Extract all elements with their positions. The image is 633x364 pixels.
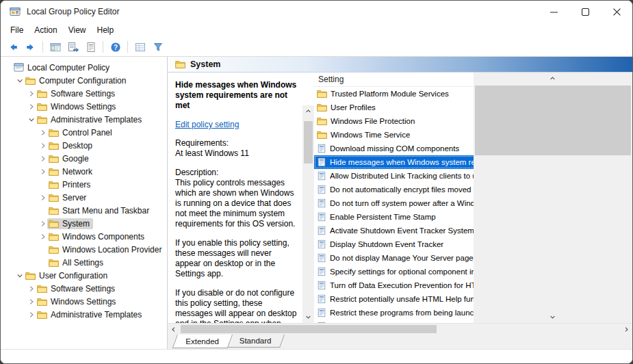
scroll-up-button[interactable] xyxy=(302,105,314,117)
chevron-right-icon[interactable] xyxy=(27,103,36,110)
tree-item-administrative-templates[interactable]: Administrative Templates xyxy=(1,308,167,321)
list-row-enable-persistent-time-stamp[interactable]: Enable Persistent Time StampNot configur… xyxy=(314,210,474,224)
list-row-hide-messages-when-windows-system-requirem[interactable]: Hide messages when Windows system requir… xyxy=(314,155,474,169)
list-row-display-shutdown-event-tracker[interactable]: Display Shutdown Event TrackerNot config… xyxy=(314,237,474,251)
tree-item-windows-location-provider[interactable]: Windows Location Provider xyxy=(1,243,167,256)
tree-item-label: Windows Settings xyxy=(51,102,116,112)
menu-view[interactable]: View xyxy=(63,23,92,37)
tree-item-desktop[interactable]: Desktop xyxy=(1,139,167,152)
filter-button[interactable] xyxy=(149,39,166,55)
chevron-down-icon[interactable] xyxy=(27,116,36,123)
tree-item-server[interactable]: Server xyxy=(1,191,167,204)
tree-item-system[interactable]: System xyxy=(1,217,167,230)
setting-label: Enable Persistent Time Stamp xyxy=(330,213,436,221)
description-scrollbar[interactable] xyxy=(302,105,314,323)
chevron-right-icon[interactable] xyxy=(38,168,47,175)
setting-column-header[interactable]: Setting xyxy=(314,73,474,86)
close-button[interactable] xyxy=(601,1,632,23)
show-console-tree-button[interactable] xyxy=(47,39,64,55)
list-row-turn-off-data-execution-prevention-for-htm[interactable]: Turn off Data Execution Prevention for H… xyxy=(314,278,474,292)
list-row-do-not-automatically-encrypt-files-moved-t[interactable]: Do not automatically encrypt files moved… xyxy=(314,183,474,196)
tree-item-content: Computer Configuration xyxy=(24,75,129,86)
tab-standard[interactable]: Standard xyxy=(226,335,285,348)
menu-file[interactable]: File xyxy=(5,23,29,37)
folder-icon xyxy=(175,60,185,68)
tree-item-label: System xyxy=(62,219,90,229)
tree-item-all-settings[interactable]: All Settings xyxy=(1,256,167,269)
tree-item-label: All Settings xyxy=(62,258,103,268)
setting-cell: Do not display Manage Your Server page a… xyxy=(314,251,474,265)
scroll-right-button[interactable] xyxy=(621,324,632,335)
tree-item-google[interactable]: Google xyxy=(1,152,167,165)
list-row-windows-time-service[interactable]: Windows Time Service xyxy=(314,128,474,142)
tree-item-windows-components[interactable]: Windows Components xyxy=(1,230,167,243)
horizontal-scrollbar[interactable] xyxy=(168,323,632,335)
list-row-download-missing-com-components[interactable]: Download missing COM componentsNot confi… xyxy=(314,142,474,155)
forward-button[interactable] xyxy=(22,39,39,55)
menu-help[interactable]: Help xyxy=(92,23,120,37)
tree-item-printers[interactable]: Printers xyxy=(1,178,167,191)
chevron-right-icon[interactable] xyxy=(38,129,47,136)
tree-item-windows-settings[interactable]: Windows Settings xyxy=(1,295,167,308)
tree-item-computer-configuration[interactable]: Computer Configuration xyxy=(1,74,167,87)
console-icon xyxy=(14,62,24,73)
scrollbar-track[interactable] xyxy=(474,84,633,311)
scroll-up-button[interactable] xyxy=(474,73,633,84)
chevron-right-icon[interactable] xyxy=(38,220,47,227)
list-row-activate-shutdown-event-tracker-system-sta[interactable]: Activate Shutdown Event Tracker System S… xyxy=(314,224,474,237)
list-column-headers: Setting State xyxy=(314,73,474,87)
scroll-down-button[interactable] xyxy=(474,311,633,323)
minimize-button[interactable] xyxy=(538,1,569,23)
list-row-do-not-turn-off-system-power-after-a-windo[interactable]: Do not turn off system power after a Win… xyxy=(314,196,474,210)
tree-item-content: Start Menu and Taskbar xyxy=(47,205,153,216)
scrollbar-thumb[interactable] xyxy=(181,325,437,333)
list-row-do-not-display-manage-your-server-page-at-[interactable]: Do not display Manage Your Server page a… xyxy=(314,251,474,265)
chevron-right-icon[interactable] xyxy=(27,298,36,305)
chevron-right-icon[interactable] xyxy=(27,285,36,292)
menu-action[interactable]: Action xyxy=(29,23,62,37)
scrollbar-track[interactable] xyxy=(179,324,621,335)
list-row-specify-settings-for-optional-component-in[interactable]: Specify settings for optional component … xyxy=(314,265,474,278)
tree-item-administrative-templates[interactable]: Administrative Templates xyxy=(1,113,167,126)
tree-item-windows-settings[interactable]: Windows Settings xyxy=(1,100,167,113)
scroll-down-button[interactable] xyxy=(302,311,314,323)
list-row-windows-file-protection[interactable]: Windows File Protection xyxy=(314,114,474,128)
folder-icon xyxy=(317,131,327,139)
scrollbar-thumb[interactable] xyxy=(304,121,313,164)
help-button[interactable]: ? xyxy=(107,39,124,55)
list-row-restrict-potentially-unsafe-html-help-func[interactable]: Restrict potentially unsafe HTML Help fu… xyxy=(314,292,474,306)
tree-item-software-settings[interactable]: Software Settings xyxy=(1,87,167,100)
chevron-down-icon[interactable] xyxy=(15,77,24,84)
setting-cell: User Profiles xyxy=(314,101,474,114)
chevron-down-icon[interactable] xyxy=(15,272,24,279)
chevron-right-icon[interactable] xyxy=(38,155,47,162)
chevron-right-icon[interactable] xyxy=(38,233,47,240)
tree-item-start-menu-and-taskbar[interactable]: Start Menu and Taskbar xyxy=(1,204,167,217)
chevron-right-icon[interactable] xyxy=(27,90,36,97)
tab-extended[interactable]: Extended xyxy=(172,335,233,348)
back-button[interactable] xyxy=(4,39,21,55)
list-row-restrict-these-programs-from-being-launche[interactable]: Restrict these programs from being launc… xyxy=(314,306,474,320)
list-row-user-profiles[interactable]: User Profiles xyxy=(314,101,474,114)
chevron-right-icon[interactable] xyxy=(38,142,47,149)
tree-item-software-settings[interactable]: Software Settings xyxy=(1,282,167,295)
tree-item-network[interactable]: Network xyxy=(1,165,167,178)
export-list-button[interactable] xyxy=(64,39,81,55)
tree-item-local-computer-policy[interactable]: Local Computer Policy xyxy=(1,61,167,74)
tree-item-control-panel[interactable]: Control Panel xyxy=(1,126,167,139)
list-scrollbar[interactable] xyxy=(474,73,633,323)
list-row-allow-distributed-link-tracking-clients-to[interactable]: Allow Distributed Link Tracking clients … xyxy=(314,169,474,183)
properties-button[interactable] xyxy=(82,39,99,55)
scrollbar-track[interactable] xyxy=(302,117,314,311)
icon-view-button[interactable] xyxy=(131,39,148,55)
tree-item-user-configuration[interactable]: User Configuration xyxy=(1,269,167,282)
setting-label: Windows File Protection xyxy=(331,117,415,125)
chevron-right-icon[interactable] xyxy=(27,311,36,318)
scrollbar-thumb[interactable] xyxy=(475,86,632,155)
chevron-right-icon[interactable] xyxy=(38,194,47,201)
edit-policy-setting-link[interactable]: Edit policy setting xyxy=(175,120,239,129)
scroll-left-button[interactable] xyxy=(168,324,179,335)
tree-item-label: Windows Components xyxy=(62,232,144,242)
maximize-button[interactable] xyxy=(569,1,601,23)
list-row-trusted-platform-module-services[interactable]: Trusted Platform Module Services xyxy=(314,87,474,101)
